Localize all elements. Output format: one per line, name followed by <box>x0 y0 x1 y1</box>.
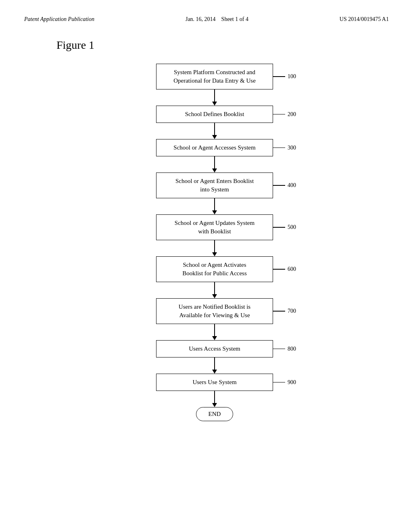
arrow-head-100-200 <box>212 102 217 106</box>
arrow-line-500-600 <box>214 240 215 252</box>
flow-step-700: Users are Notified Booklist isAvailable … <box>156 298 273 324</box>
figure-title: Figure 1 <box>56 39 389 52</box>
label-num-600: 600 <box>288 266 296 272</box>
arrow-head-900-end <box>212 403 217 407</box>
label-num-300: 300 <box>288 145 296 151</box>
page: Patent Application Publication Jan. 16, … <box>0 0 413 532</box>
arrow-line-700-800 <box>214 324 215 336</box>
label-400: 400 <box>273 182 296 189</box>
step-400-wrapper: School or Agent Enters Booklistinto Syst… <box>156 172 273 214</box>
label-500: 500 <box>273 224 296 231</box>
label-300: 300 <box>273 145 309 151</box>
header-publication-label: Patent Application Publication <box>24 16 94 23</box>
arrow-line-900-end <box>214 391 215 403</box>
flowchart: System Platform Constructed andOperation… <box>24 64 389 421</box>
arrow-line-300-400 <box>214 156 215 168</box>
label-num-500: 500 <box>288 224 296 231</box>
flow-box-100: System Platform Constructed andOperation… <box>156 64 273 89</box>
flow-box-800: Users Access System <box>156 340 273 357</box>
label-600: 600 <box>273 266 296 272</box>
flow-step-500: School or Agent Updates Systemwith Bookl… <box>156 214 273 240</box>
flow-step-600: School or Agent ActivatesBooklist for Pu… <box>156 256 273 282</box>
arrow-line-100-200 <box>214 89 215 102</box>
flow-step-200: School Defines Booklist 200 <box>156 106 273 123</box>
arrow-line-800-900 <box>214 357 215 370</box>
arrow-100-200 <box>212 89 217 106</box>
arrow-head-400-500 <box>212 210 217 214</box>
arrow-700-800 <box>212 324 217 340</box>
flow-box-400: School or Agent Enters Booklistinto Syst… <box>156 172 273 198</box>
tick-line-100 <box>273 76 285 77</box>
tick-line-600 <box>273 269 285 270</box>
step-200-wrapper: School Defines Booklist 200 <box>156 106 273 139</box>
arrow-head-700-800 <box>212 336 217 340</box>
step-100-wrapper: System Platform Constructed andOperation… <box>156 64 273 106</box>
step-900-wrapper: Users Use System 900 <box>156 374 273 407</box>
flow-step-400: School or Agent Enters Booklistinto Syst… <box>156 172 273 198</box>
label-900: 900 <box>273 379 296 386</box>
flow-box-200: School Defines Booklist <box>156 106 273 123</box>
label-num-700: 700 <box>288 308 296 314</box>
page-header: Patent Application Publication Jan. 16, … <box>24 16 389 23</box>
header-patent-number: US 2014/0019475 A1 <box>340 16 389 23</box>
arrow-head-800-900 <box>212 370 217 374</box>
label-800: 800 <box>273 346 296 352</box>
flow-box-300: School or Agent Accesses System <box>156 139 273 156</box>
end-node: END <box>196 407 234 421</box>
arrow-head-300-400 <box>212 168 217 172</box>
label-200: 200 <box>273 111 296 118</box>
step-300-wrapper: School or Agent Accesses System 300 <box>156 139 273 172</box>
header-date: Jan. 16, 2014 <box>186 16 216 22</box>
arrow-200-300 <box>212 123 217 139</box>
arrow-500-600 <box>212 240 217 256</box>
step-800-wrapper: Users Access System 800 <box>156 340 273 374</box>
flow-box-600: School or Agent ActivatesBooklist for Pu… <box>156 256 273 282</box>
arrow-400-500 <box>212 198 217 214</box>
step-700-wrapper: Users are Notified Booklist isAvailable … <box>156 298 273 340</box>
tick-line-200 <box>273 114 285 115</box>
tick-line-400 <box>273 185 285 186</box>
step-600-wrapper: School or Agent ActivatesBooklist for Pu… <box>156 256 273 298</box>
arrow-800-900 <box>212 357 217 374</box>
label-num-200: 200 <box>288 111 296 118</box>
label-700: 700 <box>273 308 296 314</box>
tick-line-300 <box>273 148 285 148</box>
arrow-600-700 <box>212 282 217 298</box>
header-date-sheet: Jan. 16, 2014 Sheet 1 of 4 <box>186 16 248 23</box>
label-100: 100 <box>273 73 296 80</box>
flow-step-900: Users Use System 900 <box>156 374 273 391</box>
arrow-head-500-600 <box>212 252 217 256</box>
label-num-900: 900 <box>288 379 296 386</box>
tick-line-800 <box>273 349 285 349</box>
header-sheet: Sheet 1 of 4 <box>221 16 248 22</box>
tick-line-700 <box>273 311 285 312</box>
label-num-400: 400 <box>288 182 296 189</box>
arrow-900-end <box>212 391 217 407</box>
arrow-line-400-500 <box>214 198 215 210</box>
flow-box-700: Users are Notified Booklist isAvailable … <box>156 298 273 324</box>
arrow-head-600-700 <box>212 294 217 298</box>
arrow-line-200-300 <box>214 123 215 135</box>
arrow-head-200-300 <box>212 135 217 139</box>
tick-line-900 <box>273 382 285 383</box>
flow-step-100: System Platform Constructed andOperation… <box>156 64 273 89</box>
flow-step-800: Users Access System 800 <box>156 340 273 357</box>
label-num-800: 800 <box>288 346 296 352</box>
flow-box-500: School or Agent Updates Systemwith Bookl… <box>156 214 273 240</box>
arrow-300-400 <box>212 156 217 172</box>
tick-line-500 <box>273 227 285 228</box>
step-500-wrapper: School or Agent Updates Systemwith Bookl… <box>156 214 273 256</box>
arrow-line-600-700 <box>214 282 215 294</box>
flow-box-900: Users Use System <box>156 374 273 391</box>
label-num-100: 100 <box>288 73 296 80</box>
flow-step-300: School or Agent Accesses System 300 <box>156 139 273 156</box>
